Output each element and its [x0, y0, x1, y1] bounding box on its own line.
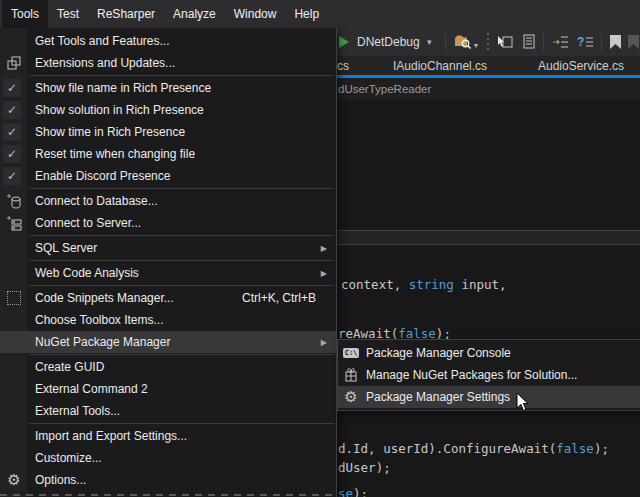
code-line: se);: [338, 486, 368, 497]
menubar-item-window[interactable]: Window: [225, 0, 286, 28]
menu-item-label: Get Tools and Features...: [35, 34, 170, 48]
menu-item-extensions-and-updates[interactable]: Extensions and Updates...: [0, 52, 336, 74]
find-in-files-icon[interactable]: [454, 33, 472, 51]
submenu-arrow-icon: ▶: [321, 338, 327, 347]
menu-item-label: Connect to Database...: [35, 194, 158, 208]
run-config-dropdown[interactable]: DNetDebug: [357, 35, 420, 49]
menu-item-label: NuGet Package Manager: [35, 335, 170, 349]
menu-item-enable-discord-presence[interactable]: ✓Enable Discord Presence: [0, 165, 336, 187]
menu-item-label: Choose Toolbox Items...: [35, 313, 164, 327]
menu-item-import-and-export-settings[interactable]: Import and Export Settings...: [0, 425, 336, 447]
submenu-arrow-icon: ▶: [321, 244, 327, 253]
menu-item-label: Import and Export Settings...: [35, 429, 187, 443]
code-segment: dUser);: [338, 460, 391, 475]
extensions-icon: [4, 53, 24, 73]
menu-item-connect-to-database[interactable]: Connect to Database...: [0, 190, 336, 212]
menu-item-options[interactable]: ⚙Options...: [0, 469, 336, 491]
menu-item-get-tools-and-features[interactable]: Get Tools and Features...: [0, 30, 336, 52]
toolbar-separator: [445, 33, 446, 51]
menu-item-shortcut: Ctrl+K, Ctrl+B: [242, 291, 316, 305]
code-segment: input,: [454, 277, 507, 292]
menu-item-label: Web Code Analysis: [35, 266, 139, 280]
menu-item-external-tools[interactable]: External Tools...: [0, 400, 336, 422]
checkmark-icon: ✓: [3, 79, 21, 97]
tab-iaudiochannel[interactable]: IAudioChannel.cs: [393, 56, 487, 75]
code-segment: );: [353, 486, 368, 497]
menubar-item-analyze[interactable]: Analyze: [164, 0, 225, 28]
menu-item-label: Extensions and Updates...: [35, 56, 175, 70]
navigation-type-name[interactable]: dUserTypeReader: [338, 83, 431, 95]
menu-item-label: SQL Server: [35, 241, 97, 255]
bookmark-icon[interactable]: [610, 35, 621, 49]
menu-item-web-code-analysis[interactable]: Web Code Analysis▶: [0, 262, 336, 284]
menu-item-reset-time-when-changing-file[interactable]: ✓Reset time when changing file: [0, 143, 336, 165]
menu-separator: [29, 75, 334, 76]
menu-item-package-manager-console[interactable]: C:\Package Manager Console: [338, 342, 640, 364]
find-chevron-icon[interactable]: ▾: [474, 41, 478, 50]
menu-item-show-time-in-rich-presence[interactable]: ✓Show time in Rich Presence: [0, 121, 336, 143]
document-lines-icon[interactable]: [520, 33, 538, 51]
menu-item-sql-server[interactable]: SQL Server▶: [0, 237, 336, 259]
menubar-item-resharper[interactable]: ReSharper: [88, 0, 164, 28]
menu-item-choose-toolbox-items[interactable]: Choose Toolbox Items...: [0, 309, 336, 331]
menu-item-label: Show time in Rich Presence: [35, 125, 185, 139]
menu-item-nuget-package-manager[interactable]: NuGet Package Manager▶: [0, 331, 336, 353]
menu-item-label: Connect to Server...: [35, 216, 141, 230]
tools-menu: Get Tools and Features...Extensions and …: [0, 28, 337, 497]
menu-item-customize[interactable]: Customize...: [0, 447, 336, 469]
menu-item-manage-nuget-packages-for-solution[interactable]: Manage NuGet Packages for Solution...: [338, 364, 640, 386]
code-line: context, string input,: [341, 277, 507, 292]
toolbar-separator: [601, 33, 602, 51]
menu-item-label: Reset time when changing file: [35, 147, 195, 161]
menu-separator: [29, 260, 334, 261]
console-icon: C:\: [341, 343, 361, 363]
visual-studio-window: ToolsTestReSharperAnalyzeWindowHelp DNet…: [0, 0, 640, 497]
menu-item-label: Manage NuGet Packages for Solution...: [366, 368, 577, 382]
menu-bottom-dashes: [0, 494, 336, 496]
menubar-item-test[interactable]: Test: [48, 0, 88, 28]
menu-separator: [29, 235, 334, 236]
indent-icon[interactable]: [552, 33, 570, 51]
menu-item-label: Code Snippets Manager...: [35, 291, 174, 305]
gear-icon: ⚙: [341, 387, 361, 407]
code-line: dUser);: [338, 460, 391, 475]
bookmark-disabled-icon[interactable]: [628, 35, 639, 49]
menu-item-label: Show file name in Rich Presence: [35, 81, 211, 95]
code-segment: );: [594, 441, 609, 456]
menu-separator: [29, 423, 334, 424]
connect-server-icon: [4, 213, 24, 233]
menubar-item-help[interactable]: Help: [285, 0, 328, 28]
menu-bar: ToolsTestReSharperAnalyzeWindowHelp: [0, 0, 640, 28]
code-segment: false: [556, 441, 594, 456]
menubar-item-tools[interactable]: Tools: [2, 0, 48, 28]
go-to-icon[interactable]: [496, 33, 514, 51]
menu-item-external-command-2[interactable]: External Command 2: [0, 378, 336, 400]
snippets-icon: [4, 288, 24, 308]
menu-separator: [29, 354, 334, 355]
toolbar-separator: [543, 33, 544, 51]
nuget-icon: [341, 365, 361, 385]
submenu-arrow-icon: ▶: [321, 269, 327, 278]
run-icon[interactable]: [339, 36, 349, 48]
mouse-cursor: [516, 392, 530, 416]
checkmark-icon: ✓: [3, 123, 21, 141]
menu-item-package-manager-settings[interactable]: ⚙Package Manager Settings: [338, 386, 640, 408]
menu-item-code-snippets-manager[interactable]: Code Snippets Manager...Ctrl+K, Ctrl+B: [0, 287, 336, 309]
menu-item-label: Customize...: [35, 451, 102, 465]
menu-item-label: Enable Discord Presence: [35, 169, 170, 183]
menu-item-create-guid[interactable]: Create GUID: [0, 356, 336, 378]
menu-item-show-file-name-in-rich-presence[interactable]: ✓Show file name in Rich Presence: [0, 77, 336, 99]
menu-item-label: Create GUID: [35, 360, 104, 374]
menu-item-connect-to-server[interactable]: Connect to Server...: [0, 212, 336, 234]
nuget-package-manager-submenu: C:\Package Manager ConsoleManage NuGet P…: [337, 339, 640, 411]
tab-audioservice[interactable]: AudioService.cs: [538, 56, 624, 75]
menu-item-show-solution-in-rich-presence[interactable]: ✓Show solution in Rich Presence: [0, 99, 336, 121]
code-segment: string: [409, 277, 454, 292]
run-config-chevron-icon[interactable]: ▾: [427, 37, 432, 47]
tab-partial[interactable]: cs: [337, 56, 349, 75]
svg-text:?: ?: [577, 35, 584, 49]
question-lines-icon[interactable]: ?: [576, 33, 594, 51]
toolbar-dotted-separator: [487, 33, 489, 51]
checkmark-icon: ✓: [3, 145, 21, 163]
checkmark-icon: ✓: [3, 101, 21, 119]
